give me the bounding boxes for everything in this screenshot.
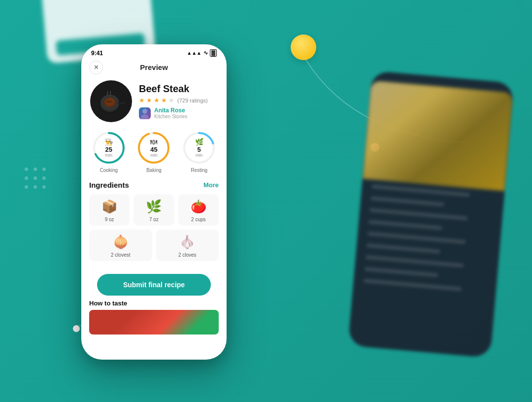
- author-name: Anita Rose: [154, 107, 187, 114]
- main-phone: 9:41 ▲▲▲ ∿ ▓ ✕ Preview: [81, 44, 227, 360]
- preview-title: Preview: [140, 63, 168, 71]
- submit-final-recipe-button[interactable]: Submit final recipe: [97, 274, 211, 296]
- close-button[interactable]: ✕: [89, 61, 103, 74]
- background-phone-right: [348, 70, 514, 358]
- resting-time-unit: min: [196, 153, 203, 158]
- cooking-time-value: 25: [105, 146, 112, 153]
- ingredient-card-2: 🌿 7 oz: [133, 194, 174, 226]
- ingredient-card-4: 🧅 2 clovest: [89, 230, 152, 261]
- ingredient-card-5: 🧄 2 cloves: [156, 230, 219, 261]
- star-4: ★: [161, 97, 167, 104]
- ingredient-qty-2: 7 oz: [149, 217, 159, 222]
- cooking-circle: 👨‍🍳 25 min Cooking: [92, 131, 126, 173]
- taste-image-preview: [89, 310, 219, 335]
- ingredient-icon-5: 🧄: [179, 234, 195, 250]
- close-icon: ✕: [94, 64, 99, 71]
- ingredients-title: Ingredients: [89, 181, 129, 189]
- svg-rect-3: [118, 102, 126, 104]
- wifi-icon: ∿: [203, 50, 208, 56]
- recipe-info: Beef Steak ★ ★ ★ ★ ★ (729 ratings) Anita…: [139, 83, 218, 119]
- baking-time-unit: min: [150, 153, 158, 158]
- ingredient-icon-4: 🧅: [113, 234, 129, 250]
- star-3: ★: [154, 97, 160, 104]
- ingredient-qty-1: 9 oz: [105, 217, 114, 222]
- ingredients-header: Ingredients More: [89, 181, 219, 189]
- baking-circle: 🍽 45 min Baking: [137, 131, 170, 173]
- baking-time-value: 45: [150, 146, 157, 153]
- time-circles-row: 👨‍🍳 25 min Cooking 🍽 45 min Bak: [81, 128, 227, 181]
- how-to-taste-section: How to taste: [81, 300, 227, 335]
- cooking-label: Cooking: [100, 168, 118, 173]
- ingredients-grid-bottom: 🧅 2 clovest 🧄 2 cloves: [81, 230, 227, 261]
- ingredient-icon-1: 📦: [101, 199, 117, 214]
- resting-label: Resting: [191, 168, 207, 173]
- ingredients-grid-top: 📦 9 oz 🌿 7 oz 🍅 2 cups: [89, 194, 219, 226]
- white-dot-left-decoration: [73, 325, 80, 332]
- resting-time-value: 5: [198, 146, 201, 153]
- status-bar: 9:41 ▲▲▲ ∿ ▓: [81, 44, 227, 59]
- status-icons: ▲▲▲ ∿ ▓: [187, 49, 217, 57]
- star-2: ★: [146, 97, 152, 104]
- how-to-taste-title: How to taste: [89, 300, 127, 307]
- yellow-circle-decoration: [291, 34, 316, 60]
- author-source: Kitchen Stories: [154, 114, 187, 119]
- skillet-illustration: [93, 83, 130, 120]
- recipe-image: [90, 80, 132, 122]
- ingredient-qty-3: 2 cups: [191, 217, 205, 222]
- more-link[interactable]: More: [203, 181, 219, 189]
- cooking-icon: 👨‍🍳: [104, 138, 113, 146]
- star-rating: ★ ★ ★ ★ ★ (729 ratings): [139, 97, 218, 104]
- signal-icon: ▲▲▲: [187, 50, 201, 56]
- ingredient-icon-3: 🍅: [191, 199, 206, 214]
- recipe-title: Beef Steak: [139, 83, 218, 95]
- author-row: Anita Rose Kitchen Stories: [139, 107, 218, 119]
- battery-icon: ▓: [210, 49, 217, 57]
- rating-count: (729 ratings): [177, 98, 208, 103]
- decorative-dots: [25, 168, 47, 190]
- baking-label: Baking: [146, 168, 162, 173]
- star-1: ★: [139, 97, 145, 104]
- recipe-hero: Beef Steak ★ ★ ★ ★ ★ (729 ratings) Anita…: [81, 76, 227, 128]
- cooking-time-unit: min: [105, 153, 113, 158]
- star-5: ★: [168, 97, 174, 104]
- author-avatar: [139, 107, 151, 119]
- svg-point-7: [141, 114, 149, 119]
- baking-icon: 🍽: [150, 138, 157, 146]
- phone-header: ✕ Preview: [81, 59, 227, 76]
- status-time: 9:41: [91, 50, 103, 57]
- ingredient-qty-5: 2 cloves: [178, 252, 197, 258]
- ingredient-card-3: 🍅 2 cups: [178, 194, 219, 226]
- resting-circle: 🌿 5 min Resting: [182, 131, 216, 173]
- svg-point-6: [142, 109, 147, 114]
- ingredient-qty-4: 2 clovest: [111, 252, 130, 258]
- ingredients-section: Ingredients More 📦 9 oz 🌿 7 oz 🍅 2 cups: [81, 181, 227, 226]
- ingredient-card-1: 📦 9 oz: [89, 194, 130, 226]
- resting-icon: 🌿: [195, 138, 203, 146]
- ingredient-icon-2: 🌿: [146, 199, 162, 214]
